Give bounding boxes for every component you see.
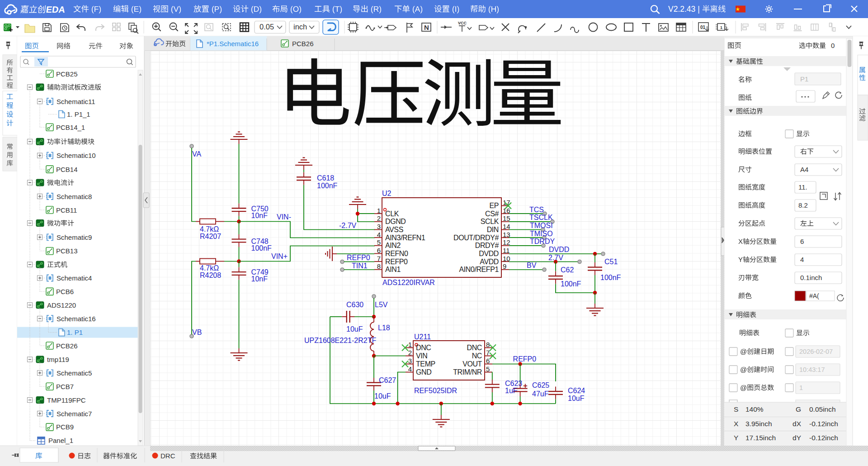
svg-text:14: 14 <box>503 223 510 230</box>
svg-text:3: 3 <box>377 223 381 230</box>
svg-text:REFN0: REFN0 <box>385 250 408 257</box>
svg-text:ADS1220: ADS1220 <box>47 301 76 309</box>
svg-text:NC: NC <box>472 352 482 360</box>
svg-text:1. P1_1: 1. P1_1 <box>67 110 90 118</box>
svg-text:AIN0/REFP1: AIN0/REFP1 <box>459 266 499 273</box>
svg-text:EP: EP <box>489 202 499 209</box>
svg-text:A4: A4 <box>800 166 808 173</box>
svg-text:AIN1: AIN1 <box>385 266 401 273</box>
svg-text:PCB14: PCB14 <box>56 166 78 173</box>
svg-text:0.05: 0.05 <box>259 23 274 31</box>
svg-text:TMOSI: TMOSI <box>530 222 553 229</box>
svg-text:C627: C627 <box>379 376 396 384</box>
svg-text:1: 1 <box>408 341 412 348</box>
svg-text:4: 4 <box>800 256 804 263</box>
svg-text:L5V: L5V <box>375 301 388 309</box>
svg-text:P1: P1 <box>800 75 808 83</box>
svg-text:6: 6 <box>377 247 381 254</box>
svg-text:10:43:17: 10:43:17 <box>799 366 825 373</box>
svg-text:Schematic16: Schematic16 <box>57 315 96 323</box>
svg-text:REF5025IDR: REF5025IDR <box>414 387 457 395</box>
svg-text:10nF: 10nF <box>251 212 268 219</box>
svg-text:C624: C624 <box>568 387 585 395</box>
svg-text:VA: VA <box>192 150 201 158</box>
svg-text:8: 8 <box>377 262 381 270</box>
svg-text:2: 2 <box>377 214 381 222</box>
svg-text:VCC: VCC <box>458 21 467 25</box>
svg-text:TCS: TCS <box>529 206 544 214</box>
svg-text:VIN-: VIN- <box>277 213 291 221</box>
svg-text:4: 4 <box>377 231 381 238</box>
svg-text:BV: BV <box>527 262 537 269</box>
svg-text:1uF: 1uF <box>505 387 518 395</box>
svg-text:Schematic4: Schematic4 <box>57 274 92 282</box>
svg-text:dX: dX <box>793 420 802 428</box>
svg-text:13: 13 <box>503 231 510 238</box>
svg-text:REFP0: REFP0 <box>385 258 408 266</box>
svg-text:-0.12inch: -0.12inch <box>809 420 838 428</box>
svg-text:4.7kΩ: 4.7kΩ <box>200 264 219 272</box>
svg-text:R4208: R4208 <box>200 271 221 279</box>
svg-text:100nF: 100nF <box>561 280 581 288</box>
svg-text:VIN: VIN <box>416 352 427 360</box>
svg-text:100nF: 100nF <box>600 274 621 281</box>
svg-text:1: 1 <box>720 25 722 30</box>
svg-text:-2.7V: -2.7V <box>339 222 357 229</box>
svg-text:VIN+: VIN+ <box>271 252 288 260</box>
svg-text:10uF: 10uF <box>568 395 585 402</box>
svg-text:PCB6: PCB6 <box>56 288 74 295</box>
svg-text:140%: 140% <box>745 405 764 413</box>
svg-text:#A(: #A( <box>809 292 819 300</box>
svg-text:ADS1220IRVAR: ADS1220IRVAR <box>382 279 435 286</box>
svg-text:C625: C625 <box>532 381 549 389</box>
svg-text:0.05inch: 0.05inch <box>809 405 836 413</box>
svg-text:TMISO: TMISO <box>530 230 553 238</box>
svg-text:V2.2.43 |: V2.2.43 | <box>668 5 700 14</box>
svg-text:5: 5 <box>377 238 381 246</box>
svg-text:DRDY#: DRDY# <box>475 242 499 249</box>
svg-text:TIN1: TIN1 <box>352 262 368 270</box>
svg-text:10nF: 10nF <box>251 275 268 283</box>
svg-text:2026-02-07: 2026-02-07 <box>799 348 833 355</box>
svg-text:-0.12inch: -0.12inch <box>809 434 838 442</box>
svg-text:C623: C623 <box>505 380 522 387</box>
svg-text:TSCLK: TSCLK <box>529 214 553 221</box>
svg-text:PCB14_1: PCB14_1 <box>56 124 85 131</box>
svg-text:DIN: DIN <box>487 226 499 233</box>
svg-text:AVSS: AVSS <box>385 226 403 233</box>
svg-text:Panel_1: Panel_1 <box>48 437 73 444</box>
svg-text:PCB26: PCB26 <box>56 342 78 350</box>
svg-text:01: 01 <box>700 25 706 30</box>
svg-text:Schematic7: Schematic7 <box>57 410 92 418</box>
svg-text:U211: U211 <box>414 333 431 341</box>
svg-text:REFP0: REFP0 <box>513 355 537 363</box>
svg-text:7: 7 <box>486 349 490 357</box>
svg-text:PCB9: PCB9 <box>56 423 74 431</box>
svg-text:10uF: 10uF <box>346 325 363 333</box>
svg-text:10: 10 <box>503 255 510 262</box>
svg-text:REFP0: REFP0 <box>347 254 370 262</box>
svg-text:X: X <box>734 420 739 428</box>
svg-text:*P1.Schematic16: *P1.Schematic16 <box>207 40 259 48</box>
svg-text:C618: C618 <box>317 174 334 182</box>
svg-text:PCB7: PCB7 <box>56 383 74 390</box>
svg-text:C51: C51 <box>604 258 618 266</box>
svg-text:TDRDY: TDRDY <box>530 238 555 245</box>
svg-text:9: 9 <box>503 262 506 270</box>
svg-text:15: 15 <box>503 214 510 222</box>
svg-text:EDA: EDA <box>46 5 66 14</box>
svg-text:dY: dY <box>793 434 801 442</box>
svg-text:1: 1 <box>377 207 381 214</box>
svg-text:11.: 11. <box>798 183 807 191</box>
svg-text:DNC: DNC <box>416 344 431 352</box>
svg-text:2: 2 <box>408 349 412 357</box>
svg-text:PCB11: PCB11 <box>56 206 77 214</box>
svg-text:DVDD: DVDD <box>479 250 499 257</box>
svg-text:DVDD: DVDD <box>549 246 569 253</box>
svg-text:1. P1: 1. P1 <box>67 328 83 336</box>
svg-text:12: 12 <box>503 238 510 246</box>
svg-text:U2: U2 <box>382 190 392 197</box>
svg-text:Y: Y <box>734 434 738 442</box>
svg-text:11: 11 <box>503 247 510 254</box>
svg-text:0.1inch: 0.1inch <box>800 274 822 281</box>
